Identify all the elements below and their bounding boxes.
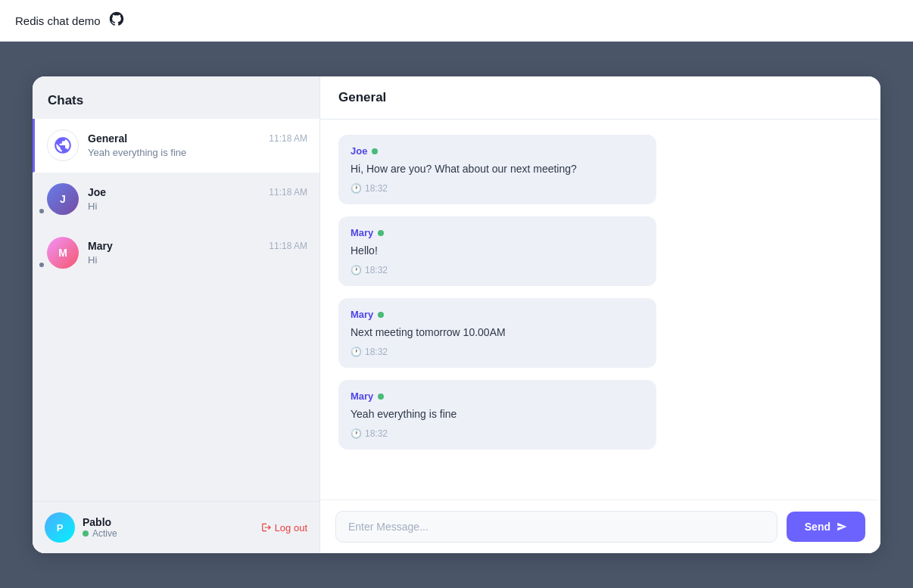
mary-chat-time: 11:18 AM: [269, 241, 307, 251]
chat-container: Chats General: [33, 76, 880, 553]
clock-icon-2: 🕐: [351, 265, 362, 275]
joe-chat-top: Joe 11:18 AM: [88, 186, 307, 198]
chat-item-mary[interactable]: M Mary 11:18 AM Hi: [33, 226, 319, 280]
message-1-online-dot: [372, 148, 378, 154]
message-1-sender: Joe: [351, 145, 644, 157]
mary-chat-preview: Hi: [88, 254, 307, 266]
message-3-sender-name: Mary: [351, 309, 373, 320]
message-4-sender: Mary: [351, 390, 644, 402]
logout-button[interactable]: Log out: [261, 522, 307, 534]
message-3-timestamp: 18:32: [365, 347, 388, 357]
message-input[interactable]: [335, 511, 777, 543]
footer-username: Pablo: [83, 516, 254, 528]
message-3-sender: Mary: [351, 309, 644, 320]
general-chat-top: General 11:18 AM: [88, 132, 307, 145]
message-3-online-dot: [378, 312, 384, 318]
message-2-text: Hello!: [351, 243, 644, 259]
github-icon: [108, 11, 125, 30]
chat-list: General 11:18 AM Yeah everything is fine…: [33, 119, 319, 501]
joe-chat-time: 11:18 AM: [269, 187, 307, 198]
sidebar-header: Chats: [33, 76, 319, 119]
general-chat-name: General: [88, 132, 127, 145]
message-4-sender-name: Mary: [351, 390, 373, 402]
mary-avatar: M: [47, 237, 79, 269]
chat-item-general[interactable]: General 11:18 AM Yeah everything is fine: [33, 119, 319, 173]
app-title: Redis chat demo: [15, 14, 101, 27]
chat-title: General: [338, 90, 386, 104]
chat-item-joe[interactable]: J Joe 11:18 AM Hi: [33, 173, 319, 226]
message-1-time: 🕐 18:32: [351, 183, 644, 194]
send-icon: [837, 521, 847, 532]
send-label: Send: [805, 521, 830, 533]
joe-avatar: J: [47, 183, 79, 215]
logout-label: Log out: [275, 522, 307, 534]
general-chat-info: General 11:18 AM Yeah everything is fine: [88, 132, 307, 158]
clock-icon-1: 🕐: [351, 183, 362, 194]
clock-icon-3: 🕐: [351, 347, 362, 357]
message-4: Mary Yeah everything is fine 🕐 18:32: [338, 380, 656, 450]
chat-header: General: [320, 76, 880, 120]
message-2-online-dot: [378, 230, 384, 236]
footer-status: Active: [83, 528, 254, 539]
general-avatar-wrapper: [47, 129, 79, 161]
message-2-time: 🕐 18:32: [351, 265, 644, 275]
sidebar-footer: P Pablo Active Log out: [33, 501, 319, 553]
message-1: Joe Hi, How are you? What about our next…: [338, 135, 656, 204]
joe-avatar-wrapper: J: [47, 183, 79, 215]
message-4-time: 🕐 18:32: [351, 428, 644, 439]
top-bar: Redis chat demo: [0, 0, 913, 42]
joe-online-dot: [38, 207, 45, 215]
footer-user-info: Pablo Active: [83, 516, 254, 539]
main-background: Chats General: [0, 42, 913, 588]
active-status-dot: [83, 530, 89, 537]
general-avatar: [47, 129, 79, 161]
clock-icon-4: 🕐: [351, 428, 362, 439]
sidebar: Chats General: [33, 76, 320, 553]
status-label: Active: [92, 528, 117, 539]
message-3-time: 🕐 18:32: [351, 347, 644, 357]
mary-chat-info: Mary 11:18 AM Hi: [88, 240, 307, 266]
messages-area: Joe Hi, How are you? What about our next…: [320, 120, 880, 499]
message-3-text: Next meeting tomorrow 10.00AM: [351, 325, 644, 341]
message-2: Mary Hello! 🕐 18:32: [338, 216, 656, 286]
joe-chat-name: Joe: [88, 186, 106, 198]
mary-avatar-wrapper: M: [47, 237, 79, 269]
message-4-text: Yeah everything is fine: [351, 406, 644, 422]
message-3: Mary Next meeting tomorrow 10.00AM 🕐 18:…: [338, 298, 656, 368]
message-2-timestamp: 18:32: [365, 265, 388, 275]
general-chat-time: 11:18 AM: [269, 133, 307, 144]
logout-icon: [261, 522, 272, 533]
message-1-sender-name: Joe: [351, 145, 367, 157]
chat-main: General Joe Hi, How are you? What about …: [320, 76, 880, 553]
message-2-sender: Mary: [351, 227, 644, 238]
message-1-text: Hi, How are you? What about our next mee…: [351, 161, 644, 177]
general-chat-preview: Yeah everything is fine: [88, 147, 307, 158]
message-4-online-dot: [378, 394, 384, 400]
mary-chat-name: Mary: [88, 240, 113, 252]
joe-chat-info: Joe 11:18 AM Hi: [88, 186, 307, 212]
message-1-timestamp: 18:32: [365, 183, 388, 194]
mary-online-dot: [38, 261, 45, 269]
message-4-timestamp: 18:32: [365, 428, 388, 439]
mary-chat-top: Mary 11:18 AM: [88, 240, 307, 252]
send-button[interactable]: Send: [787, 512, 865, 542]
joe-chat-preview: Hi: [88, 201, 307, 212]
pablo-avatar: P: [45, 512, 75, 543]
chats-title: Chats: [48, 93, 83, 107]
chat-input-area: Send: [320, 499, 880, 553]
message-2-sender-name: Mary: [351, 227, 373, 238]
